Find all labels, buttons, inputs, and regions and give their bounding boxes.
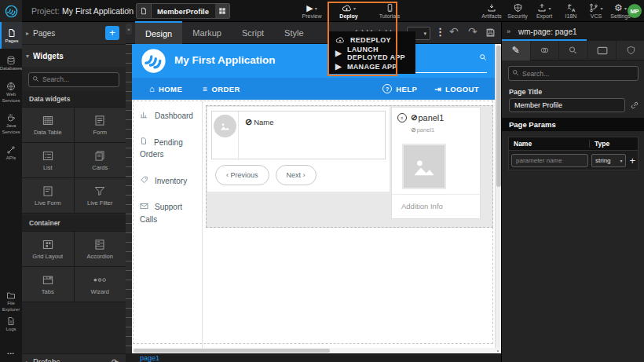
page-content-container[interactable]: ⊘ Name ‹ Previous Next › ≡ ⊘ panel1 — [206, 105, 493, 228]
settings-label: Settings — [610, 13, 630, 19]
param-type-select[interactable]: string ▾ — [591, 154, 626, 167]
widget-tile-grid-layout[interactable]: Grid Layout — [22, 232, 74, 266]
widget-tile-tabs[interactable]: Tabs — [22, 267, 74, 302]
widget-tile-wizard[interactable]: Wizard — [75, 267, 126, 302]
tab-devices[interactable] — [588, 41, 617, 60]
panel-collapse-button[interactable]: « — [126, 24, 132, 35]
tabs-icon — [42, 274, 54, 286]
panel-widget[interactable]: ≡ ⊘ panel1 ⊘ panel1 Addition Info — [391, 107, 481, 219]
widget-tile-data-table[interactable]: Data Table — [22, 108, 74, 142]
activity-item-web-services[interactable]: Web Services — [0, 77, 22, 108]
properties-search-input[interactable] — [508, 66, 639, 81]
vcs-button[interactable]: ▾ VCS — [584, 2, 608, 20]
avatar[interactable]: MP — [628, 4, 642, 18]
menu-item-inventory[interactable]: Inventory — [132, 168, 202, 195]
tab-design[interactable]: Design — [135, 21, 182, 45]
widget-tile-form[interactable]: Form — [75, 108, 126, 142]
deploy-menu-item-launch[interactable]: ▶ LAUNCH DEPLOYED APP — [327, 46, 415, 60]
bottom-tab-page1[interactable]: page1 — [140, 354, 159, 362]
widget-tile-accordion[interactable]: Accordion — [75, 232, 126, 266]
list-widget[interactable]: ⊘ Name ‹ Previous Next › — [207, 107, 390, 192]
tab-markup[interactable]: Markup — [182, 22, 232, 44]
nav-order[interactable]: ≡ORDER — [203, 85, 240, 93]
bind-icon: ⊘ — [411, 114, 417, 122]
list-item-name[interactable]: ⊘ Name — [245, 118, 274, 126]
section-pages[interactable]: ▸ Pages + — [22, 22, 126, 44]
widget-tile-label: List — [43, 164, 53, 171]
redo-icon[interactable]: ↷ — [468, 25, 478, 38]
previous-button[interactable]: ‹ Previous — [215, 165, 269, 185]
menu-item-dashboard[interactable]: Dashboard — [132, 103, 202, 130]
page-selector[interactable]: MemberProfile — [136, 3, 230, 19]
artifacts-button[interactable]: Artifacts — [479, 2, 504, 20]
section-widgets[interactable]: ▾ Widgets — [22, 44, 126, 67]
panel-menu-icon[interactable]: ≡ — [397, 113, 407, 122]
save-icon[interactable] — [485, 27, 496, 38]
deploy-button[interactable]: ▾ Deploy — [333, 2, 364, 20]
panel-image-placeholder[interactable] — [402, 144, 446, 189]
security-button[interactable]: Security — [505, 2, 530, 20]
tab-properties[interactable]: ✎ — [502, 41, 531, 60]
add-page-button[interactable]: + — [105, 26, 119, 40]
section-prefabs[interactable]: ▸ Prefabs ⟳ — [22, 353, 126, 362]
preview-button[interactable]: ▶ ▾ Preview — [297, 2, 327, 20]
i18n-button[interactable]: A I18N — [559, 2, 583, 20]
project-name[interactable]: My First Application — [62, 6, 134, 16]
widget-search-input[interactable] — [28, 72, 119, 87]
refresh-icon[interactable]: ⟳ — [112, 357, 119, 362]
page-title-input[interactable] — [509, 98, 625, 112]
tutorials-button[interactable]: Tutorials — [374, 2, 405, 20]
activity-item-apis[interactable]: APIs — [0, 140, 22, 165]
widget-tile-live-filter[interactable]: Live Filter — [75, 178, 126, 213]
activity-item-logs[interactable]: Logs — [0, 311, 22, 336]
tab-style[interactable]: Style — [274, 22, 313, 44]
panel-header[interactable]: ≡ ⊘ panel1 — [397, 113, 444, 122]
widget-tile-label: Data Table — [34, 129, 62, 136]
deploy-label: Deploy — [339, 13, 357, 19]
nav-home[interactable]: ⌂HOME — [149, 84, 182, 93]
widget-tile-live-form[interactable]: Live Form — [22, 178, 74, 213]
deploy-menu-item-manage[interactable]: ▶ MANAGE APP — [327, 60, 415, 73]
add-param-button[interactable]: + — [629, 155, 635, 166]
param-name-input[interactable] — [511, 154, 588, 167]
nav-help[interactable]: ?HELP — [382, 84, 417, 93]
shield-icon — [514, 3, 522, 13]
studio-logo[interactable] — [0, 0, 22, 22]
activity-overflow-button[interactable]: ••• — [0, 347, 22, 360]
wizard-icon — [93, 274, 107, 286]
tab-styles[interactable] — [531, 41, 560, 60]
hscroll-thumb[interactable] — [134, 349, 330, 353]
tab-security[interactable] — [617, 41, 644, 60]
pages-grid-icon[interactable] — [215, 4, 229, 18]
activity-item-pages[interactable]: Pages — [0, 22, 22, 49]
avatar-initials: MP — [630, 8, 639, 15]
app-search-underline[interactable] — [412, 72, 487, 73]
col-name: Name — [509, 140, 590, 148]
canvas-hscrollbar[interactable] — [132, 348, 495, 353]
activity-item-databases[interactable]: Databases — [0, 49, 22, 77]
list-item-card[interactable]: ⊘ Name — [211, 111, 386, 159]
app-header[interactable]: My First Application — [132, 44, 495, 78]
undo-icon[interactable]: ↶ — [449, 25, 459, 38]
upload-icon — [537, 3, 547, 13]
widget-tile-list[interactable]: List — [22, 143, 74, 177]
kebab-menu-icon[interactable]: ⋮ — [435, 26, 445, 38]
widget-tile-cards[interactable]: Cards — [75, 143, 126, 177]
menu-item-support-calls[interactable]: Support Calls — [132, 194, 202, 232]
panel-footer-text: Addition Info — [401, 202, 443, 210]
gear-icon: ⚙ — [614, 3, 623, 13]
canvas-vscrollbar[interactable] — [495, 44, 501, 348]
export-button[interactable]: ▾ Export — [531, 2, 558, 20]
activity-item-java-services[interactable]: Java Services — [0, 108, 22, 140]
app-search-icon[interactable] — [479, 53, 487, 61]
collapse-right-icon[interactable]: » — [507, 27, 510, 35]
tab-inspector[interactable] — [559, 41, 588, 60]
deploy-menu-item-redeploy[interactable]: REDEPLOY — [327, 33, 415, 46]
next-button[interactable]: Next › — [276, 165, 317, 185]
menu-item-pending-orders[interactable]: Pending Orders — [132, 130, 202, 168]
menu-item-label: REDEPLOY — [350, 36, 391, 44]
bind-link-icon[interactable] — [630, 101, 639, 110]
tab-script[interactable]: Script — [232, 22, 274, 44]
nav-logout[interactable]: ⇥LOGOUT — [434, 85, 479, 93]
wavemaker-studio: Project: My First Application › MemberPr… — [0, 0, 644, 362]
